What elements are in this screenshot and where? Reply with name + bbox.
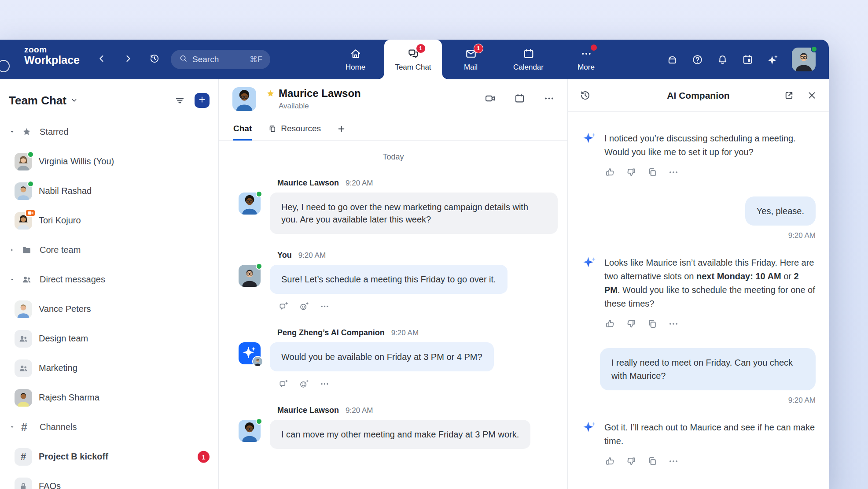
add-reaction-icon[interactable]	[299, 379, 309, 389]
tab-resources[interactable]: Resources	[268, 124, 321, 141]
sidebar-item-faqs[interactable]: FAQs	[0, 471, 218, 489]
message-time: 9:20 AM	[788, 231, 816, 240]
more-icon	[580, 48, 592, 60]
thumbs-down-icon[interactable]	[625, 167, 637, 178]
caret-down-icon[interactable]	[9, 424, 19, 430]
start-video-meeting-icon[interactable]	[484, 93, 496, 104]
close-icon[interactable]	[806, 90, 817, 101]
tab-mail[interactable]: 1Mail	[442, 40, 500, 79]
more-options-icon[interactable]	[320, 379, 330, 389]
sidebar-item-label: Channels	[40, 422, 77, 432]
tab-calendar[interactable]: Calendar	[500, 40, 557, 79]
search-shortcut: ⌘F	[250, 55, 262, 64]
sidebar-item-rajesh-sharma[interactable]: Rajesh Sharma	[0, 383, 218, 412]
chat-message: Maurice Lawson 9:20 AMHey, I need to go …	[219, 178, 567, 234]
copy-icon[interactable]	[647, 456, 658, 467]
copy-icon[interactable]	[647, 167, 658, 178]
reply-in-thread-icon[interactable]	[278, 379, 288, 389]
forward-button[interactable]	[121, 52, 136, 67]
thumbs-up-icon[interactable]	[604, 167, 616, 178]
contact-avatar	[232, 87, 256, 111]
starred-star-icon[interactable]	[266, 89, 275, 98]
history-button[interactable]	[147, 52, 162, 67]
sidebar-item-project-b-kickoff[interactable]: #Project B kickoff1	[0, 442, 218, 471]
sidebar-item-tori-kojuro[interactable]: Tori Kojuro	[0, 206, 218, 235]
help-icon[interactable]	[691, 54, 703, 66]
search-input[interactable]: Search ⌘F	[171, 50, 270, 69]
sidebar-item-label: Project B kickoff	[39, 452, 108, 462]
ai-feedback-actions	[604, 318, 816, 330]
sidebar-section-core-team[interactable]: Core team	[0, 235, 218, 265]
schedule-meeting-icon[interactable]	[514, 93, 526, 104]
sidebar-section-channels[interactable]: #Channels	[0, 412, 218, 442]
caret-down-icon[interactable]	[9, 276, 19, 283]
sidebar-item-label: Vance Peters	[39, 304, 91, 314]
add-reaction-icon[interactable]	[299, 301, 309, 311]
message-header: Peng Zheng’s AI Companion 9:20 AM	[277, 328, 558, 337]
ai-message: Looks like Maurice isn’t available this …	[581, 256, 816, 311]
sidebar-item-label: Starred	[40, 127, 69, 137]
in-meeting-badge	[25, 209, 36, 217]
caret-right-icon[interactable]	[9, 247, 19, 253]
thumbs-up-icon[interactable]	[604, 318, 616, 330]
message-bubble[interactable]: Hey, I need to go over the new marketing…	[270, 193, 558, 234]
more-options-icon[interactable]	[543, 93, 555, 104]
channel-avatar: #	[15, 448, 32, 466]
thumbs-down-icon[interactable]	[625, 318, 637, 330]
desktop-background: zoom Workplace Search ⌘F Home1Team Chat1…	[0, 0, 868, 489]
ai-message: I noticed you’re discussing scheduling a…	[581, 132, 816, 159]
ai-companion-icon[interactable]	[767, 54, 779, 66]
caret-down-icon[interactable]	[9, 129, 19, 135]
sidebar-item-vance-peters[interactable]: Vance Peters	[0, 294, 218, 324]
message-time: 9:20 AM	[298, 251, 326, 260]
sidebar-item-label: Rajesh Sharma	[39, 393, 99, 403]
filter-icon	[174, 95, 186, 107]
user-avatar[interactable]	[792, 48, 816, 71]
sidebar-item-label: Core team	[40, 245, 81, 255]
filter-button[interactable]	[174, 95, 186, 107]
back-button[interactable]	[94, 52, 109, 67]
upcoming-meetings-icon[interactable]	[742, 54, 754, 66]
user-reply-bubble[interactable]: Yes, please.	[745, 196, 816, 226]
connected-devices-icon[interactable]	[666, 54, 678, 66]
more-options-icon[interactable]	[668, 318, 679, 330]
user-reply-bubble[interactable]: I really need to meet on Friday. Can you…	[600, 348, 816, 390]
message-bubble[interactable]: Would you be available on Friday at 3 PM…	[270, 342, 494, 371]
open-in-window-icon[interactable]	[783, 90, 794, 101]
more-options-icon[interactable]	[668, 456, 679, 467]
message-author: Peng Zheng’s AI Companion	[277, 328, 385, 337]
sidebar-section-direct-messages[interactable]: Direct messages	[0, 265, 218, 294]
sidebar-item-virginia-willis-you[interactable]: Virginia Willis (You)	[0, 147, 218, 176]
chevron-right-icon	[123, 54, 133, 65]
message-bubble[interactable]: Sure! Let’s schedule a meeting this Frid…	[270, 265, 508, 294]
more-options-icon[interactable]	[668, 167, 679, 178]
folder-icon	[21, 244, 35, 256]
tab-home[interactable]: Home	[327, 40, 384, 79]
sidebar-item-label: Tori Kojuro	[39, 215, 81, 226]
message-bubble[interactable]: I can move my other meeting and make Fri…	[270, 420, 530, 449]
message-time: 9:20 AM	[391, 329, 419, 337]
sidebar-section-starred[interactable]: Starred	[0, 117, 218, 147]
add-tab-button[interactable]	[337, 124, 346, 140]
message-time: 9:20 AM	[346, 406, 373, 415]
zoom-workplace-window: zoom Workplace Search ⌘F Home1Team Chat1…	[0, 40, 829, 489]
sidebar-item-marketing[interactable]: Marketing	[0, 353, 218, 383]
copy-icon[interactable]	[647, 318, 658, 330]
unread-count-badge: 1	[474, 44, 483, 53]
sidebar-item-design-team[interactable]: Design team	[0, 324, 218, 353]
tab-team-chat[interactable]: 1Team Chat	[384, 40, 442, 79]
thumbs-down-icon[interactable]	[625, 456, 637, 467]
tab-more[interactable]: More	[557, 40, 615, 79]
reply-in-thread-icon[interactable]	[278, 301, 288, 311]
more-options-icon[interactable]	[320, 301, 330, 311]
sidebar-item-nabil-rashad[interactable]: Nabil Rashad	[0, 176, 218, 206]
new-chat-button[interactable]	[195, 93, 210, 108]
notifications-icon[interactable]	[717, 54, 728, 66]
message-time: 9:20 AM	[788, 396, 816, 405]
thumbs-up-icon[interactable]	[604, 456, 616, 467]
group-avatar	[15, 330, 32, 348]
tab-label: Home	[346, 63, 365, 72]
sidebar-title-dropdown[interactable]: Team Chat	[9, 94, 78, 107]
conversation-history-icon[interactable]	[579, 89, 591, 101]
tab-chat[interactable]: Chat	[233, 124, 252, 141]
